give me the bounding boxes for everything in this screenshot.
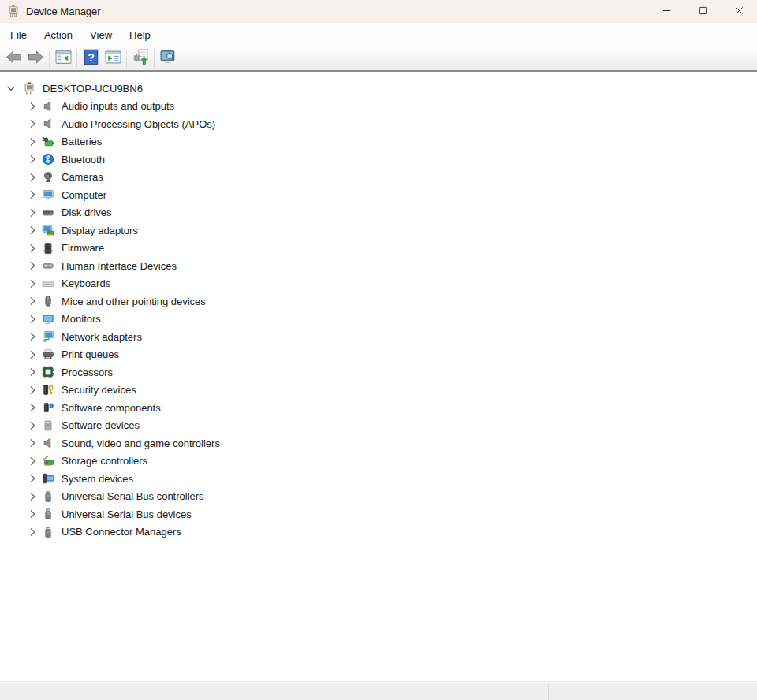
tree-item-label: Keyboards	[62, 277, 110, 289]
close-button[interactable]	[721, 0, 757, 22]
tree-item-universal-serial-bus-controllers[interactable]: Universal Serial Bus controllers	[0, 488, 757, 506]
help-button[interactable]: ?	[80, 48, 102, 69]
tree-item-monitors[interactable]: Monitors	[0, 311, 757, 329]
svg-text:?: ?	[88, 50, 95, 63]
toolbar-separator	[76, 50, 77, 68]
tree-item-software-components[interactable]: Software components	[0, 399, 757, 417]
security-key-icon	[42, 384, 54, 397]
network-adapter-icon	[42, 330, 54, 343]
tree-item-computer[interactable]: Computer	[0, 186, 757, 204]
chevron-right-icon[interactable]	[26, 419, 39, 432]
tree-item-label: Monitors	[62, 313, 101, 325]
chevron-right-icon[interactable]	[26, 117, 39, 130]
tree-item-security-devices[interactable]: Security devices	[0, 382, 757, 400]
back-arrow-icon	[6, 49, 22, 69]
tree-item-label: Disk drives	[62, 207, 112, 218]
title-bar: Device Manager	[0, 0, 757, 22]
usb-icon	[42, 508, 54, 520]
menu-view[interactable]: View	[81, 23, 121, 47]
show-console-tree-button[interactable]	[52, 48, 74, 69]
monitor-icon	[42, 313, 54, 326]
menu-action[interactable]: Action	[35, 23, 81, 47]
chevron-right-icon[interactable]	[26, 490, 39, 503]
chevron-right-icon[interactable]	[26, 366, 39, 378]
tree-item-print-queues[interactable]: Print queues	[0, 346, 757, 364]
tree-item-audio-processing-objects-apos[interactable]: Audio Processing Objects (APOs)	[0, 115, 757, 133]
scan-hardware-changes-button[interactable]	[129, 48, 151, 69]
tree-item-label: Bluetooth	[62, 154, 105, 166]
tree-item-label: Mice and other pointing devices	[62, 296, 206, 307]
tree-item-usb-connector-managers[interactable]: USB Connector Managers	[0, 523, 757, 542]
chevron-right-icon[interactable]	[26, 153, 39, 166]
tree-item-universal-serial-bus-devices[interactable]: Universal Serial Bus devices	[0, 505, 757, 523]
chevron-right-icon[interactable]	[26, 259, 39, 272]
menu-item-label: View	[90, 29, 112, 41]
chevron-down-icon[interactable]	[5, 82, 17, 95]
minimize-button[interactable]	[648, 0, 684, 22]
tree-item-firmware[interactable]: Firmware	[0, 240, 757, 258]
disk-drive-icon	[42, 207, 54, 219]
tree-item-display-adaptors[interactable]: Display adaptors	[0, 222, 757, 240]
tree-item-bluetooth[interactable]: Bluetooth	[0, 151, 757, 169]
processor-icon	[42, 366, 54, 378]
tree-item-label: Audio Processing Objects (APOs)	[62, 118, 215, 130]
computer-search-button[interactable]	[157, 48, 179, 69]
status-pane-tertiary	[681, 683, 757, 700]
tree-item-keyboards[interactable]: Keyboards	[0, 275, 757, 293]
chevron-right-icon[interactable]	[26, 348, 39, 361]
computer-search-icon	[160, 49, 177, 69]
chevron-right-icon[interactable]	[26, 242, 39, 255]
tree-item-sound-video-and-game-controllers[interactable]: Sound, video and game controllers	[0, 434, 757, 452]
tree-item-human-interface-devices[interactable]: Human Interface Devices	[0, 257, 757, 275]
tree-item-network-adapters[interactable]: Network adapters	[0, 328, 757, 346]
chevron-right-icon[interactable]	[26, 188, 39, 201]
usb-icon	[42, 490, 54, 503]
tree-item-cameras[interactable]: Cameras	[0, 169, 757, 187]
toolbar-separator	[49, 50, 50, 68]
chevron-right-icon[interactable]	[26, 136, 39, 148]
device-manager-icon	[7, 5, 20, 17]
chevron-right-icon[interactable]	[26, 472, 39, 485]
tree-root-item[interactable]: DESKTOP-UCU9BN6	[0, 80, 757, 98]
chevron-right-icon[interactable]	[26, 384, 39, 397]
tree-item-processors[interactable]: Processors	[0, 363, 757, 382]
tree-item-label: USB Connector Managers	[62, 526, 181, 538]
tree-item-batteries[interactable]: Batteries	[0, 133, 757, 151]
tree-item-label: Network adapters	[62, 331, 142, 343]
camera-icon	[42, 171, 54, 184]
tree-item-audio-inputs-and-outputs[interactable]: Audio inputs and outputs	[0, 98, 757, 116]
chevron-right-icon[interactable]	[26, 455, 39, 467]
chevron-right-icon[interactable]	[26, 437, 39, 449]
chevron-right-icon[interactable]	[26, 401, 39, 414]
toolbar-separator	[154, 50, 155, 68]
speaker-icon	[42, 117, 54, 130]
back-button[interactable]	[2, 48, 24, 69]
hid-gamepad-icon	[42, 259, 54, 272]
chevron-right-icon[interactable]	[26, 224, 39, 236]
chevron-right-icon[interactable]	[26, 100, 39, 113]
chevron-right-icon[interactable]	[26, 207, 39, 219]
tree-item-label: System devices	[62, 473, 133, 485]
tree-item-storage-controllers[interactable]: Storage controllers	[0, 452, 757, 471]
chevron-right-icon[interactable]	[26, 313, 39, 326]
forward-arrow-icon	[28, 49, 44, 69]
chevron-right-icon[interactable]	[26, 171, 39, 184]
properties-button[interactable]	[102, 48, 124, 69]
forward-button[interactable]	[24, 48, 47, 69]
chevron-right-icon[interactable]	[26, 508, 39, 520]
computer-icon	[42, 188, 54, 201]
speaker-icon	[42, 100, 54, 113]
chevron-right-icon[interactable]	[26, 330, 39, 343]
software-component-icon	[42, 401, 54, 414]
chevron-right-icon[interactable]	[26, 295, 39, 307]
tree-item-mice-and-other-pointing-devices[interactable]: Mice and other pointing devices	[0, 292, 757, 311]
minimize-icon	[662, 4, 671, 18]
tree-item-system-devices[interactable]: System devices	[0, 470, 757, 488]
menu-file[interactable]: File	[2, 23, 35, 47]
maximize-button[interactable]	[684, 0, 721, 22]
chevron-right-icon[interactable]	[26, 526, 39, 538]
tree-item-software-devices[interactable]: Software devices	[0, 417, 757, 435]
tree-item-disk-drives[interactable]: Disk drives	[0, 204, 757, 222]
chevron-right-icon[interactable]	[26, 277, 39, 290]
menu-help[interactable]: Help	[121, 23, 159, 47]
